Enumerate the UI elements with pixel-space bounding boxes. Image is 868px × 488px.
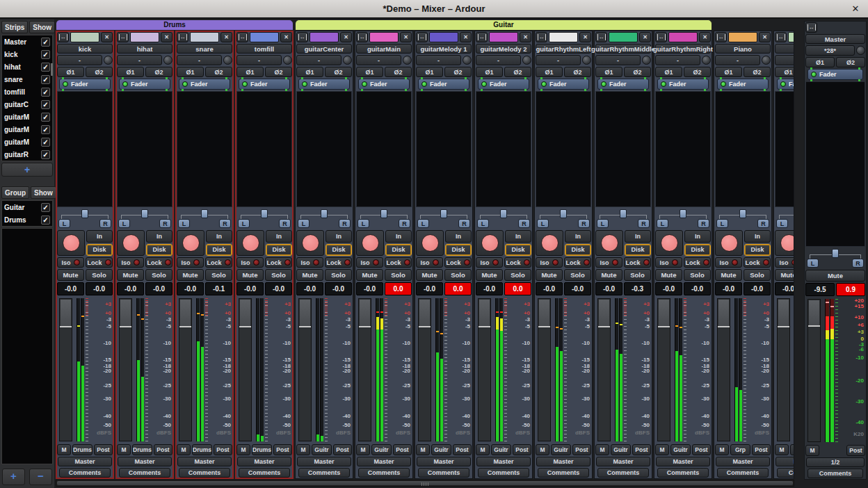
pan-left-button[interactable]: L — [477, 219, 489, 228]
solo-button[interactable]: Solo — [564, 269, 591, 281]
metering-button[interactable]: M — [655, 444, 669, 455]
record-arm-button[interactable] — [416, 230, 444, 256]
pan-right-button[interactable]: R — [99, 219, 111, 228]
record-arm-button[interactable] — [536, 230, 563, 256]
pan-handle[interactable] — [440, 209, 447, 218]
strip-color-swatch[interactable] — [130, 32, 159, 42]
monitor-input-button[interactable]: In — [445, 230, 472, 243]
group-button[interactable]: Drums — [192, 444, 212, 455]
strip-width-button[interactable]: ↔ — [416, 32, 428, 42]
gain-display[interactable]: -0.0 — [177, 282, 204, 295]
strip-hide-button[interactable]: ✕ — [101, 32, 113, 42]
fader-processor-button[interactable]: Fader — [717, 79, 769, 90]
solo-isolate-button[interactable]: Iso — [416, 257, 443, 268]
record-arm-button[interactable] — [655, 230, 683, 256]
trim-knob[interactable] — [702, 56, 711, 65]
solo-isolate-button[interactable]: Iso — [117, 257, 144, 268]
strip-name-button[interactable]: guitarRhythmMiddle — [595, 44, 651, 54]
routing-button[interactable]: - — [775, 55, 794, 65]
solo-isolate-button[interactable]: Iso — [476, 257, 503, 268]
fader-processor-button[interactable]: Fader — [478, 79, 529, 90]
show-checkbox[interactable]: ✓ — [41, 215, 50, 225]
peak-display[interactable]: -0.0 — [265, 282, 292, 295]
meter-point-button[interactable]: Post — [214, 444, 232, 455]
fader-processor-button[interactable]: Fader — [777, 79, 794, 90]
pan-right-button[interactable]: R — [219, 219, 231, 228]
pan-right-button[interactable]: R — [578, 219, 590, 228]
trim-knob[interactable] — [343, 56, 352, 65]
pan-right-button[interactable]: R — [399, 219, 410, 228]
fader-processor-button[interactable]: Fader — [657, 79, 709, 90]
peak-display[interactable]: -0.0 — [564, 282, 591, 295]
trim-knob[interactable] — [223, 56, 232, 65]
record-arm-button[interactable] — [177, 230, 204, 256]
phase-2-button[interactable]: Ø2 — [444, 67, 472, 77]
solo-isolate-button[interactable]: Iso — [236, 257, 264, 268]
monitor-input-button[interactable]: In — [146, 230, 172, 243]
fader-processor-button[interactable]: Fader — [59, 79, 111, 90]
strip-name-button[interactable]: guitarRhythmLeft — [536, 44, 591, 54]
trim-knob[interactable] — [463, 56, 472, 65]
master-name-button[interactable]: Master — [805, 34, 865, 44]
strip-width-button[interactable]: ↔ — [655, 32, 667, 42]
record-arm-button[interactable] — [236, 230, 264, 256]
comments-button[interactable]: Comments — [777, 468, 794, 478]
show-header-label[interactable]: Show — [29, 21, 55, 33]
solo-lock-button[interactable]: Lock — [325, 257, 352, 268]
group-button[interactable]: Guitr — [431, 444, 451, 455]
record-arm-button[interactable] — [775, 230, 794, 256]
master-gain-display[interactable]: -9.5 — [805, 283, 835, 296]
routing-button[interactable]: - — [536, 55, 581, 65]
routing-button[interactable]: - — [416, 55, 461, 65]
comments-button[interactable]: Comments — [298, 468, 350, 478]
pan-widget[interactable]: L R — [177, 209, 232, 229]
processor-box[interactable] — [536, 91, 591, 207]
strip-name-button[interactable]: guitarMelody 2 — [476, 44, 531, 54]
strip-hide-button[interactable]: ✕ — [520, 32, 531, 42]
output-button[interactable]: Master — [656, 457, 710, 466]
record-arm-button[interactable] — [715, 230, 743, 256]
gain-display[interactable]: -0.0 — [536, 282, 563, 295]
strips-header-label[interactable]: Strips — [1, 21, 28, 33]
fader-processor-button[interactable]: Fader — [358, 79, 410, 90]
phase-2-button[interactable]: Ø2 — [205, 67, 232, 77]
strip-color-swatch[interactable] — [788, 32, 794, 42]
group-button[interactable]: Drums — [132, 444, 152, 455]
strip-list-item[interactable]: guitarC✓ — [2, 98, 52, 111]
pan-widget[interactable]: L R — [715, 209, 771, 229]
strip-color-swatch[interactable] — [70, 32, 99, 42]
phase-1-button[interactable]: Ø1 — [476, 67, 503, 77]
output-button[interactable]: Master — [417, 457, 471, 466]
solo-button[interactable]: Solo — [325, 269, 352, 281]
pan-right-button[interactable]: R — [279, 219, 291, 228]
meter-point-button[interactable]: Post — [154, 444, 172, 455]
output-button[interactable]: Master — [357, 457, 411, 466]
show-checkbox[interactable]: ✓ — [41, 100, 50, 109]
metering-button[interactable]: M — [57, 444, 71, 455]
pan-handle[interactable] — [81, 209, 88, 218]
solo-lock-button[interactable]: Lock — [86, 257, 113, 268]
metering-button[interactable]: M — [177, 444, 191, 455]
phase-1-button[interactable]: Ø1 — [655, 67, 682, 77]
solo-lock-button[interactable]: Lock — [684, 257, 711, 268]
pan-right-button[interactable]: R — [518, 219, 530, 228]
gain-display[interactable]: -0.0 — [57, 282, 84, 295]
meter-point-button[interactable]: Post — [94, 444, 113, 455]
strip-color-swatch[interactable] — [489, 32, 518, 42]
processor-box[interactable] — [236, 91, 292, 207]
pan-right-button[interactable]: R — [159, 219, 171, 228]
solo-button[interactable]: Solo — [444, 269, 472, 281]
solo-isolate-button[interactable]: Iso — [595, 257, 622, 268]
processor-box[interactable] — [416, 91, 472, 207]
pan-left-button[interactable]: L — [238, 219, 250, 228]
phase-1-button[interactable]: Ø1 — [536, 67, 563, 77]
phase-2-button[interactable]: Ø2 — [684, 67, 711, 77]
gain-display[interactable]: -0.0 — [476, 282, 503, 295]
phase-2-button[interactable]: Ø2 — [145, 67, 172, 77]
strip-width-button[interactable]: ↔ — [117, 32, 129, 42]
processor-box[interactable] — [57, 91, 113, 207]
gain-display[interactable]: -0.0 — [117, 282, 144, 295]
output-button[interactable]: Master — [58, 457, 112, 466]
metering-button[interactable]: M — [595, 444, 609, 455]
metering-button[interactable]: M — [117, 444, 131, 455]
